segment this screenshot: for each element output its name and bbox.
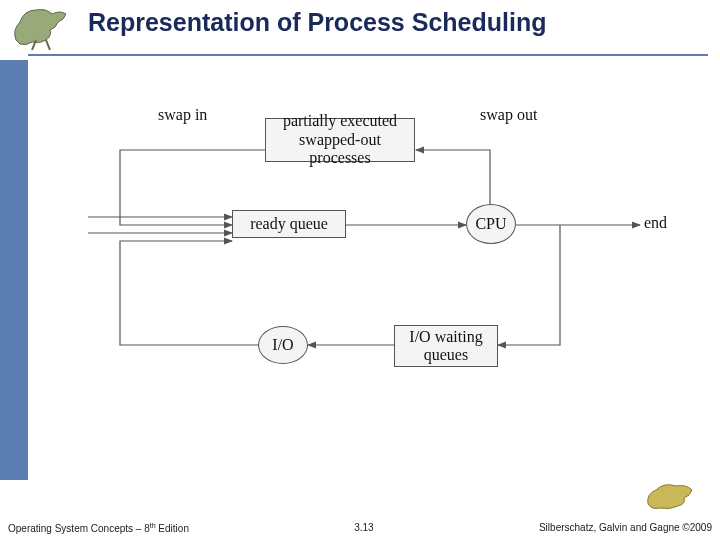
footer-book-title-prefix: Operating System Concepts – 8: [8, 523, 150, 534]
box-io-waiting-queues: I/O waiting queues: [394, 325, 498, 367]
oval-io: I/O: [258, 326, 308, 364]
slide-title: Representation of Process Scheduling: [88, 8, 720, 37]
slide-title-bar: Representation of Process Scheduling: [0, 8, 720, 37]
label-swap-in: swap in: [158, 106, 207, 124]
label-end: end: [644, 214, 667, 232]
box-ready-queue: ready queue: [232, 210, 346, 238]
footer-page-number: 3.13: [354, 522, 373, 534]
footer-right: Silberschatz, Galvin and Gagne ©2009: [539, 522, 712, 534]
process-scheduling-diagram: partially executed swapped-out processes…: [80, 100, 680, 420]
box-partially-executed: partially executed swapped-out processes: [265, 118, 415, 162]
dinosaur-standing-icon: [642, 476, 702, 512]
slide-footer: Operating System Concepts – 8th Edition …: [8, 522, 712, 534]
title-underline: [28, 54, 708, 56]
sidebar-accent: [0, 60, 28, 480]
footer-book-title-suffix: Edition: [156, 523, 189, 534]
label-swap-out: swap out: [480, 106, 537, 124]
oval-cpu: CPU: [466, 204, 516, 244]
footer-left: Operating System Concepts – 8th Edition: [8, 522, 189, 534]
